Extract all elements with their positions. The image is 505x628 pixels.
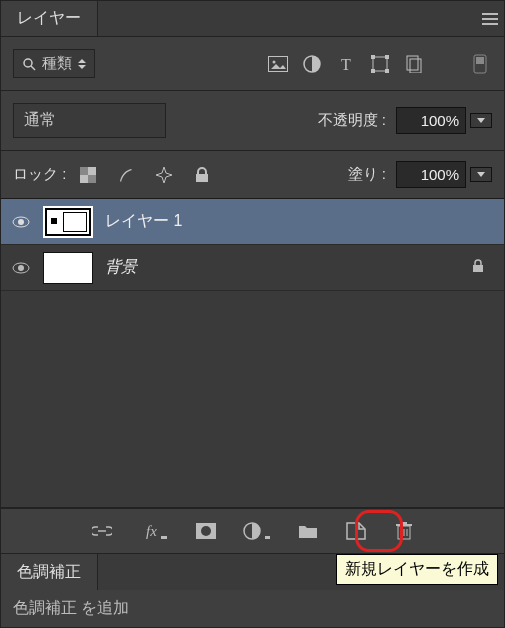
svg-rect-10: [371, 55, 375, 59]
panel-menu-button[interactable]: [476, 1, 504, 36]
blend-opacity-row: 通常 不透明度 : 100%: [1, 91, 504, 151]
svg-text:T: T: [341, 56, 351, 72]
panel-title-text: レイヤー: [17, 8, 81, 29]
fill-value[interactable]: 100%: [396, 161, 466, 188]
svg-rect-2: [482, 23, 498, 25]
layer-thumbnail[interactable]: [43, 206, 93, 238]
layer-item[interactable]: 背景: [1, 245, 504, 291]
new-layer-tooltip: 新規レイヤーを作成: [336, 554, 498, 585]
svg-point-3: [24, 59, 32, 67]
fill-control: 100%: [396, 161, 492, 188]
svg-rect-32: [265, 536, 270, 539]
svg-rect-9: [373, 57, 387, 71]
svg-rect-19: [80, 167, 88, 175]
svg-rect-14: [407, 56, 418, 70]
opacity-dropdown-button[interactable]: [470, 113, 492, 128]
fill-dropdown-button[interactable]: [470, 167, 492, 182]
svg-rect-37: [396, 524, 412, 526]
layer-name: レイヤー 1: [105, 211, 182, 232]
new-layer-icon[interactable]: [344, 519, 368, 543]
visibility-eye-icon[interactable]: [11, 262, 31, 274]
opacity-label: 不透明度 :: [318, 111, 386, 130]
svg-rect-21: [196, 174, 208, 182]
filter-row: 種類 T: [1, 37, 504, 91]
layer-style-icon[interactable]: fx: [138, 519, 170, 543]
tooltip-text: 新規レイヤーを作成: [345, 560, 489, 577]
svg-rect-17: [476, 57, 484, 64]
layer-item[interactable]: レイヤー 1: [1, 199, 504, 245]
svg-point-23: [18, 219, 24, 225]
visibility-eye-icon[interactable]: [11, 216, 31, 228]
svg-rect-0: [482, 13, 498, 15]
svg-rect-15: [410, 59, 421, 73]
layer-mask-icon[interactable]: [194, 519, 218, 543]
layer-thumbnail[interactable]: [43, 252, 93, 284]
lock-transparent-icon[interactable]: [76, 163, 100, 187]
fill-label: 塗り :: [348, 165, 386, 184]
group-layers-icon[interactable]: [296, 519, 320, 543]
filter-smart-icon[interactable]: [402, 52, 426, 76]
panel-tab-layers[interactable]: レイヤー: [1, 1, 98, 36]
lock-image-icon[interactable]: [114, 163, 138, 187]
filter-type-text-icon[interactable]: T: [334, 52, 358, 76]
svg-rect-12: [371, 69, 375, 73]
svg-rect-20: [88, 175, 96, 183]
svg-point-30: [201, 526, 211, 536]
blend-mode-value: 通常: [24, 110, 56, 131]
updown-icon: [78, 59, 86, 69]
layer-name: 背景: [105, 257, 137, 278]
layers-bottom-bar: fx 新規レイヤーを作成: [1, 508, 504, 553]
layers-panel: レイヤー 種類 T: [0, 0, 505, 628]
lock-position-icon[interactable]: [152, 163, 176, 187]
filter-type-label: 種類: [42, 54, 72, 73]
svg-point-6: [273, 60, 276, 63]
blend-mode-dropdown[interactable]: 通常: [13, 103, 166, 138]
filter-type-dropdown[interactable]: 種類: [13, 49, 95, 78]
filter-shape-icon[interactable]: [368, 52, 392, 76]
filter-pixel-icon[interactable]: [266, 52, 290, 76]
lock-label: ロック :: [13, 165, 66, 184]
svg-rect-38: [401, 522, 407, 524]
adjustments-title-text: 色調補正: [17, 562, 81, 583]
lock-fill-row: ロック : 塗り : 100%: [1, 151, 504, 199]
link-layers-icon[interactable]: [90, 519, 114, 543]
filter-adjustment-icon[interactable]: [300, 52, 324, 76]
svg-text:fx: fx: [146, 523, 157, 539]
svg-rect-26: [473, 265, 483, 272]
panel-tab-adjustments[interactable]: 色調補正: [1, 554, 98, 590]
svg-rect-13: [385, 69, 389, 73]
delete-layer-icon[interactable]: [392, 519, 416, 543]
opacity-value[interactable]: 100%: [396, 107, 466, 134]
adjustment-layer-icon[interactable]: [242, 519, 272, 543]
lock-all-icon[interactable]: [190, 163, 214, 187]
svg-rect-1: [482, 18, 498, 20]
adjustments-hint-text: 色調補正 を追加: [13, 599, 129, 616]
filter-toggle-switch[interactable]: [468, 52, 492, 76]
svg-rect-11: [385, 55, 389, 59]
panel-titlebar: レイヤー: [1, 1, 504, 37]
svg-line-4: [31, 66, 35, 70]
layers-list: レイヤー 1 背景: [1, 199, 504, 508]
opacity-control: 100%: [396, 107, 492, 134]
svg-point-25: [18, 265, 24, 271]
search-icon: [22, 57, 36, 71]
svg-rect-28: [161, 536, 167, 539]
lock-indicator-icon: [472, 259, 494, 276]
svg-rect-5: [269, 56, 288, 71]
